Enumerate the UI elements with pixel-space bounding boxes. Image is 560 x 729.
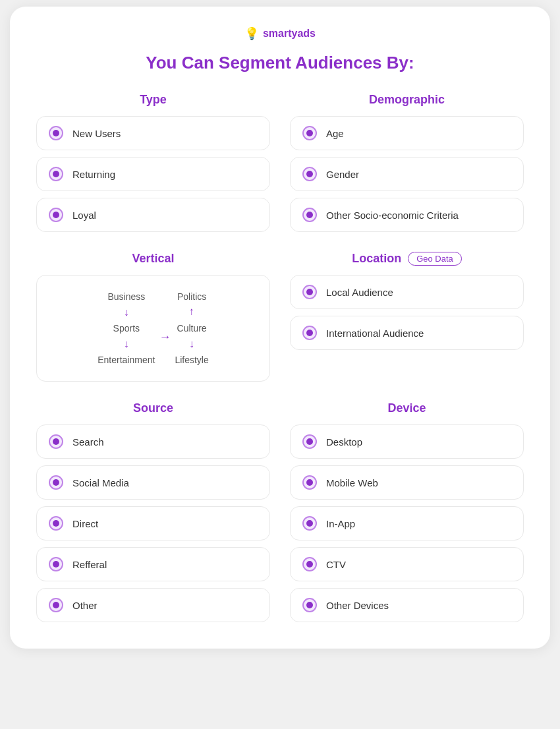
radio-icon bbox=[302, 434, 317, 449]
source-items-list: Search Social Media Direct Refferal Othe… bbox=[36, 424, 270, 622]
v-item: Entertainment bbox=[98, 351, 155, 369]
item-label: Desktop bbox=[326, 436, 362, 448]
list-item: Other bbox=[36, 588, 270, 622]
item-label: Other bbox=[72, 600, 98, 611]
section-type-title: Type bbox=[140, 93, 167, 107]
radio-icon bbox=[49, 598, 63, 612]
main-title: You Can Segment Audiences By: bbox=[36, 53, 524, 73]
item-label: Age bbox=[326, 128, 344, 139]
list-item: Desktop bbox=[290, 424, 524, 459]
item-label: Refferal bbox=[72, 559, 107, 570]
item-label: Search bbox=[72, 436, 104, 448]
list-item: Local Audience bbox=[290, 275, 524, 309]
section-demographic: Demographic Age Gender Other Socio-econo… bbox=[290, 93, 524, 232]
list-item: In-App bbox=[290, 506, 524, 540]
logo: 💡 smartyads bbox=[36, 26, 524, 41]
item-label: CTV bbox=[326, 559, 346, 570]
radio-icon bbox=[302, 167, 317, 181]
logo-icon: 💡 bbox=[244, 26, 259, 41]
section-location-title: Location bbox=[352, 252, 401, 266]
vertical-cols-wrapper: Business ↓ Sports ↓ Entertainment → Poli… bbox=[98, 287, 209, 369]
radio-icon bbox=[49, 167, 63, 181]
radio-icon bbox=[302, 598, 317, 612]
v-item: Lifestyle bbox=[175, 351, 208, 369]
radio-icon bbox=[49, 557, 63, 571]
radio-icon bbox=[302, 475, 317, 490]
list-item: Direct bbox=[36, 506, 270, 540]
arrow-up-icon: ↓ bbox=[189, 306, 194, 319]
list-item: Other Devices bbox=[290, 588, 524, 622]
section-device: Device Desktop Mobile Web In-App CTV bbox=[290, 401, 524, 622]
type-items-list: New Users Returning Loyal bbox=[36, 116, 270, 232]
vertical-col1: Business ↓ Sports ↓ Entertainment bbox=[98, 287, 155, 369]
radio-icon bbox=[302, 285, 317, 299]
list-item: Age bbox=[290, 116, 524, 150]
v-item: Culture bbox=[177, 319, 207, 337]
radio-icon bbox=[49, 516, 63, 531]
item-label: International Audience bbox=[326, 328, 424, 339]
section-location-title-row: Location Geo Data bbox=[352, 252, 462, 266]
logo-text: smartyads bbox=[263, 28, 316, 40]
arrow-down-icon: ↓ bbox=[124, 337, 129, 351]
v-item: Sports bbox=[113, 319, 140, 337]
list-item: Gender bbox=[290, 157, 524, 191]
item-label: Local Audience bbox=[326, 287, 393, 298]
radio-icon bbox=[302, 516, 317, 531]
radio-icon bbox=[302, 326, 317, 340]
radio-icon bbox=[49, 434, 63, 449]
list-item: Search bbox=[36, 424, 270, 459]
radio-icon bbox=[302, 126, 317, 140]
radio-icon bbox=[302, 208, 317, 222]
list-item: Other Socio-economic Criteria bbox=[290, 198, 524, 232]
arrow-down-icon: ↓ bbox=[124, 306, 129, 319]
location-items-list: Local Audience International Audience bbox=[290, 275, 524, 350]
sections-grid: Type New Users Returning Loyal Demograph… bbox=[36, 93, 524, 622]
list-item: CTV bbox=[290, 547, 524, 581]
item-label: Loyal bbox=[72, 210, 96, 221]
radio-icon bbox=[49, 126, 63, 140]
radio-icon bbox=[49, 208, 63, 222]
list-item: Mobile Web bbox=[290, 465, 524, 500]
main-card: 💡 smartyads You Can Segment Audiences By… bbox=[10, 7, 550, 649]
list-item: Returning bbox=[36, 157, 270, 191]
item-label: Other Devices bbox=[326, 600, 389, 611]
section-vertical-title: Vertical bbox=[132, 252, 174, 266]
section-device-title: Device bbox=[387, 401, 426, 415]
item-label: In-App bbox=[326, 518, 355, 529]
list-item: Loyal bbox=[36, 198, 270, 232]
radio-icon bbox=[49, 475, 63, 490]
section-location: Location Geo Data Local Audience Interna… bbox=[290, 252, 524, 382]
item-label: Social Media bbox=[72, 477, 129, 488]
section-type: Type New Users Returning Loyal bbox=[36, 93, 270, 232]
item-label: Other Socio-economic Criteria bbox=[326, 210, 459, 221]
radio-icon bbox=[302, 557, 317, 571]
vertical-col2: Politics ↓ Culture ↓ Lifestyle bbox=[175, 287, 208, 369]
list-item: Social Media bbox=[36, 465, 270, 500]
item-label: Direct bbox=[72, 518, 98, 529]
item-label: New Users bbox=[72, 128, 121, 139]
section-source-title: Source bbox=[133, 401, 173, 415]
section-demographic-title: Demographic bbox=[369, 93, 445, 107]
item-label: Mobile Web bbox=[326, 477, 378, 488]
item-label: Gender bbox=[326, 169, 359, 180]
device-items-list: Desktop Mobile Web In-App CTV Other Devi… bbox=[290, 424, 524, 622]
list-item: Refferal bbox=[36, 547, 270, 581]
geo-badge: Geo Data bbox=[408, 252, 462, 266]
arrow-right-icon: → bbox=[159, 330, 171, 369]
v-item: Business bbox=[107, 287, 145, 306]
vertical-box: Business ↓ Sports ↓ Entertainment → Poli… bbox=[36, 275, 270, 382]
item-label: Returning bbox=[72, 169, 115, 180]
section-vertical: Vertical Business ↓ Sports ↓ Entertainme… bbox=[36, 252, 270, 382]
demographic-items-list: Age Gender Other Socio-economic Criteria bbox=[290, 116, 524, 232]
v-item: Politics bbox=[177, 287, 206, 306]
section-source: Source Search Social Media Direct Reffer… bbox=[36, 401, 270, 622]
list-item: New Users bbox=[36, 116, 270, 150]
list-item: International Audience bbox=[290, 316, 524, 350]
arrow-down-icon: ↓ bbox=[189, 337, 194, 351]
